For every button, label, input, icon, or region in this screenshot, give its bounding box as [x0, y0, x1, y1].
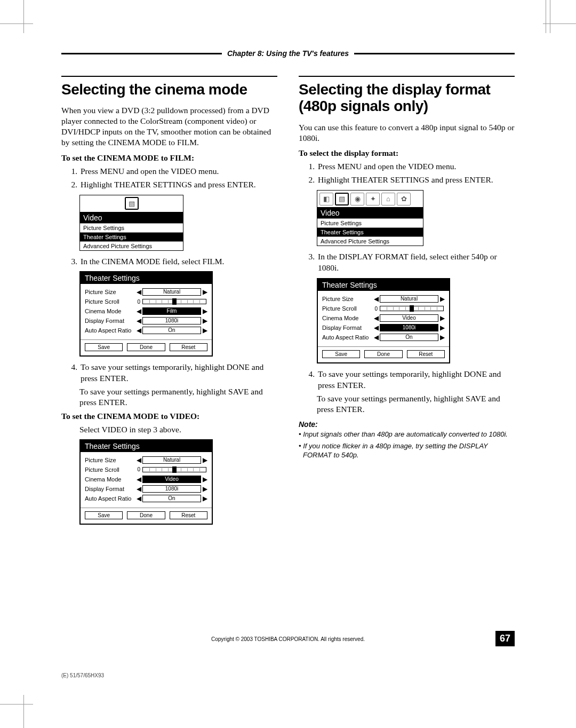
- steps-list: In the DISPLAY FORMAT field, select eith…: [317, 251, 515, 274]
- field-value: 1080i: [142, 317, 201, 325]
- osd-button: Reset: [170, 343, 207, 351]
- field-value: 0: [136, 299, 141, 305]
- field-label: Picture Scroll: [85, 298, 136, 305]
- page-footer: Copyright © 2003 TOSHIBA CORPORATION. Al…: [61, 636, 515, 642]
- osd-row: Picture Settings: [317, 218, 423, 227]
- field-value-highlighted: Film: [142, 307, 201, 315]
- model-footnote: (E) 51/57/65HX93: [61, 672, 104, 678]
- osd-field-row: Display Format 1080i: [322, 323, 445, 333]
- field-label: Cinema Mode: [85, 476, 136, 482]
- crop-mark: [0, 704, 33, 705]
- section-heading-display-format: Selecting the display format (480p signa…: [299, 76, 515, 115]
- osd-field-row: Cinema Mode Film: [85, 306, 207, 316]
- left-arrow-icon: [136, 476, 141, 483]
- osd-row: Picture Settings: [80, 223, 183, 232]
- crop-mark: [23, 695, 24, 728]
- field-value: Natural: [142, 288, 201, 296]
- step-item: Highlight THEATER SETTINGS and press ENT…: [317, 175, 515, 186]
- right-arrow-icon: [202, 307, 207, 315]
- field-value: 0: [136, 466, 141, 472]
- step-item: Press MENU and open the VIDEO menu.: [79, 166, 277, 177]
- step-item: To save your settings temporarily, highl…: [79, 362, 277, 384]
- step-item: Highlight THEATER SETTINGS and press ENT…: [79, 179, 277, 191]
- osd-video-menu: ◧ ▧ ◉ ✦ ⌂ ✿ Video Picture Settings Theat…: [317, 190, 515, 246]
- left-arrow-icon: [136, 485, 141, 493]
- osd-field-row: Picture Scroll 0: [85, 465, 207, 474]
- osd-tab-row: ▧: [80, 195, 183, 212]
- menu-tab-icon: ✿: [397, 193, 411, 205]
- right-arrow-icon: [202, 495, 207, 502]
- right-arrow-icon: [439, 295, 445, 303]
- osd-tab-row: ◧ ▧ ◉ ✦ ⌂ ✿: [317, 191, 423, 208]
- field-label: Picture Size: [85, 457, 136, 463]
- rule: [61, 53, 222, 54]
- right-arrow-icon: [202, 288, 207, 296]
- osd-title: Video: [80, 212, 183, 223]
- left-arrow-icon: [373, 295, 379, 303]
- field-value: On: [142, 495, 201, 502]
- osd-row-highlighted: Theater Settings: [317, 227, 423, 236]
- intro-text: When you view a DVD (3:2 pulldown proces…: [61, 105, 277, 147]
- osd-button: Save: [85, 511, 123, 519]
- step-continuation: To save your settings permanently, highl…: [79, 386, 277, 408]
- note-item: Input signals other than 480p are automa…: [299, 430, 515, 439]
- osd-field-row: Display Format 1080i: [85, 316, 207, 326]
- right-arrow-icon: [439, 324, 445, 331]
- osd-title: Theater Settings: [81, 272, 212, 284]
- osd-button: Done: [127, 343, 165, 351]
- intro-text: You can use this feature to convert a 48…: [299, 122, 515, 144]
- right-arrow-icon: [439, 334, 445, 341]
- right-arrow-icon: [202, 456, 207, 464]
- left-arrow-icon: [136, 317, 141, 325]
- step-item: In the DISPLAY FORMAT field, select eith…: [317, 251, 515, 274]
- step-item: In the CINEMA MODE field, select FILM.: [79, 256, 277, 267]
- crop-mark: [23, 0, 24, 33]
- left-arrow-icon: [136, 288, 141, 296]
- left-arrow-icon: [136, 456, 141, 464]
- notes-list: Input signals other than 480p are automa…: [299, 430, 515, 460]
- crop-mark: [543, 23, 576, 24]
- field-label: Picture Scroll: [322, 305, 373, 312]
- osd-button-row: Save Done Reset: [81, 508, 212, 524]
- osd-row-highlighted: Theater Settings: [80, 232, 183, 241]
- osd-button: Save: [85, 343, 123, 351]
- menu-tab-icon: ◧: [319, 193, 333, 205]
- rule: [354, 53, 515, 54]
- osd-video-menu: ▧ Video Picture Settings Theater Setting…: [79, 195, 277, 251]
- osd-button: Reset: [407, 350, 445, 358]
- field-value: On: [142, 327, 201, 334]
- osd-row: Advanced Picture Settings: [80, 241, 183, 250]
- osd-field-row: Display Format 1080i: [85, 484, 207, 494]
- field-label: Display Format: [85, 486, 136, 492]
- osd-theater-display-format: Theater Settings Picture Size Natural Pi…: [317, 278, 515, 363]
- field-label: Display Format: [85, 318, 136, 324]
- instruction-body: Select VIDEO in step 3 above.: [79, 424, 277, 435]
- right-arrow-icon: [202, 476, 207, 483]
- left-arrow-icon: [136, 327, 141, 334]
- section-heading-cinema: Selecting the cinema mode: [61, 76, 277, 98]
- osd-field-row: Cinema Mode Video: [322, 313, 445, 323]
- crop-mark: [550, 0, 550, 33]
- slider-thumb: [172, 466, 177, 473]
- field-value: 0: [373, 306, 379, 312]
- osd-field-row: Auto Aspect Ratio On: [85, 494, 207, 503]
- field-label: Display Format: [322, 325, 373, 331]
- left-arrow-icon: [373, 324, 379, 331]
- osd-button: Done: [364, 350, 402, 358]
- menu-tab-icon: ✦: [366, 193, 380, 205]
- video-tab-icon: ▧: [335, 193, 349, 205]
- video-tab-icon: ▧: [125, 197, 139, 210]
- left-column: Selecting the cinema mode When you view …: [61, 76, 277, 530]
- field-label: Cinema Mode: [85, 308, 136, 314]
- osd-field-row: Cinema Mode Video: [85, 474, 207, 484]
- left-arrow-icon: [136, 495, 141, 502]
- field-label: Auto Aspect Ratio: [85, 495, 136, 502]
- note-heading: Note:: [299, 420, 515, 429]
- left-arrow-icon: [373, 334, 379, 341]
- osd-title: Theater Settings: [318, 279, 449, 291]
- chapter-title: Chapter 8: Using the TV's features: [222, 49, 354, 58]
- field-value: Video: [380, 314, 438, 322]
- field-value: On: [380, 334, 438, 341]
- instruction-heading: To set the CINEMA MODE to VIDEO:: [61, 412, 277, 421]
- field-value-highlighted: 1080i: [380, 324, 438, 331]
